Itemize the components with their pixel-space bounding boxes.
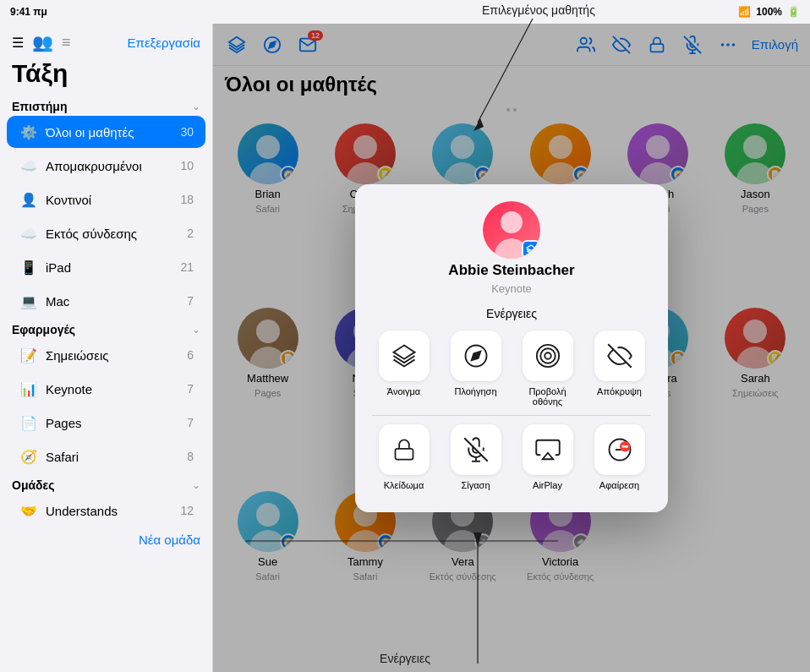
modal-avatar — [483, 201, 540, 259]
sidebar-count-remote: 10 — [180, 159, 194, 172]
action-airplay-label: AirPlay — [533, 480, 562, 490]
action-mute-button[interactable]: Σίγαση — [444, 424, 507, 490]
action-hide-button[interactable]: Απόκρυψη — [588, 331, 651, 407]
action-mute-label: Σίγαση — [461, 480, 490, 490]
sidebar-label-safari: Safari — [46, 450, 180, 464]
action-lock-button[interactable]: Κλείδωμα — [372, 424, 435, 490]
sidebar-count-safari: 8 — [187, 450, 194, 463]
sidebar-count-notes: 6 — [187, 348, 194, 362]
modal-dialog: Abbie Steinbacher Keynote Ενέργειες — [355, 184, 668, 512]
list-icon[interactable]: ≡ — [62, 34, 71, 52]
sidebar-item-keynote[interactable]: 📊 Keynote 7 — [7, 373, 205, 405]
modal-divider — [372, 415, 651, 416]
action-lock-icon-box — [379, 424, 430, 475]
section-header-apps: Εφαρμογές ⌄ — [0, 318, 212, 338]
status-bar: 9:41 πμ 📶 100% 🔋 — [0, 0, 810, 24]
sidebar-item-understands[interactable]: 🤝 Understands 12 — [7, 494, 205, 527]
remote-icon: ☁️ — [19, 156, 39, 176]
action-remove-icon-box — [594, 424, 645, 475]
notes-icon: 📝 — [19, 345, 39, 365]
pages-icon: 📄 — [19, 412, 39, 433]
class-icon[interactable]: 👥 — [32, 32, 53, 52]
action-remove-button[interactable]: Αφαίρεση — [588, 424, 651, 490]
svg-marker-15 — [471, 351, 480, 360]
sidebar: ☰ 👥 ≡ Επεξεργασία Τάξη Επιστήμη ⌄ ⚙️ Όλο… — [0, 24, 213, 672]
modal-actions-title: Ενέργειες — [372, 307, 651, 320]
sidebar-item-mac[interactable]: 💻 Mac 7 — [7, 285, 205, 317]
action-airplay-icon-box — [523, 424, 573, 475]
ipad-icon: 📱 — [19, 257, 39, 277]
modal-student-name: Abbie Steinbacher — [448, 262, 574, 279]
sidebar-count-understands: 12 — [180, 504, 194, 517]
sidebar-label-understands: Understands — [46, 504, 173, 518]
svg-marker-13 — [393, 345, 414, 358]
sidebar-count-all-students: 30 — [180, 125, 194, 139]
battery-icon: 🔋 — [787, 6, 800, 18]
sidebar-count-mac: 7 — [187, 294, 194, 308]
modal-student-info: Abbie Steinbacher Keynote — [372, 201, 651, 295]
status-bar-right: 📶 100% 🔋 — [738, 6, 800, 18]
modal-app-badge — [522, 240, 540, 259]
action-viewscreen-label: Προβολή οθόνης — [516, 386, 579, 407]
svg-point-16 — [545, 352, 551, 359]
action-open-label: Άνοιγμα — [387, 386, 420, 396]
action-open-button[interactable]: Άνοιγμα — [372, 331, 435, 407]
sidebar-item-remote[interactable]: ☁️ Απομακρυσμένοι 10 — [7, 150, 205, 182]
action-hide-label: Απόκρυψη — [597, 386, 642, 396]
new-group-button[interactable]: Νέα ομάδα — [0, 527, 212, 552]
status-bar-left: 9:41 πμ — [10, 6, 47, 18]
section-header-groups: Ομάδες ⌄ — [0, 473, 212, 494]
chevron-down-icon[interactable]: ⌄ — [192, 101, 200, 112]
keynote-icon: 📊 — [19, 379, 39, 399]
sidebar-item-notes[interactable]: 📝 Σημειώσεις 6 — [7, 339, 205, 371]
sidebar-label-nearby: Κοντινοί — [46, 193, 173, 207]
sidebar-item-pages[interactable]: 📄 Pages 7 — [7, 407, 205, 439]
action-viewscreen-icon-box — [523, 331, 573, 381]
action-open-icon-box — [379, 331, 430, 381]
mac-icon: 💻 — [19, 291, 39, 311]
sidebar-header: ☰ 👥 ≡ Επεξεργασία — [0, 24, 212, 56]
sidebar-count-ipad: 21 — [180, 260, 194, 274]
app-container: ☰ 👥 ≡ Επεξεργασία Τάξη Επιστήμη ⌄ ⚙️ Όλο… — [0, 24, 810, 672]
nearby-icon: 👤 — [19, 189, 39, 210]
sidebar-label-remote: Απομακρυσμένοι — [46, 159, 173, 173]
sidebar-item-all-students[interactable]: ⚙️ Όλοι οι μαθητές 30 — [7, 116, 205, 148]
sidebar-item-ipad[interactable]: 📱 iPad 21 — [7, 251, 205, 283]
sidebar-label-offline: Εκτός σύνδεσης — [46, 227, 180, 241]
sidebar-icons: ☰ 👥 ≡ — [12, 32, 71, 52]
action-navigate-button[interactable]: Πλοήγηση — [444, 331, 507, 407]
sidebar-count-nearby: 18 — [180, 193, 194, 206]
action-hide-icon-box — [594, 331, 645, 381]
section-label-science: Επιστήμη — [12, 100, 67, 113]
action-mute-icon-box — [451, 424, 501, 475]
chevron-down-apps-icon[interactable]: ⌄ — [192, 324, 200, 336]
status-time: 9:41 πμ — [10, 6, 47, 18]
sidebar-label-all-students: Όλοι οι μαθητές — [46, 125, 173, 139]
action-navigate-label: Πλοήγηση — [454, 386, 496, 396]
sidebar-item-offline[interactable]: ☁️ Εκτός σύνδεσης 2 — [7, 217, 205, 249]
svg-marker-24 — [542, 452, 553, 459]
action-navigate-icon-box — [451, 331, 501, 381]
modal-actions-grid: Άνοιγμα Πλοήγηση — [372, 331, 651, 407]
sidebar-item-nearby[interactable]: 👤 Κοντινοί 18 — [7, 183, 205, 216]
action-airplay-button[interactable]: AirPlay — [516, 424, 579, 490]
offline-icon: ☁️ — [19, 223, 39, 243]
sidebar-count-pages: 7 — [187, 416, 194, 429]
all-students-icon: ⚙️ — [19, 122, 39, 142]
section-label-apps: Εφαρμογές — [12, 323, 75, 336]
sidebar-item-safari[interactable]: 🧭 Safari 8 — [7, 440, 205, 473]
modal-overlay[interactable]: Abbie Steinbacher Keynote Ενέργειες — [213, 24, 810, 672]
sidebar-label-notes: Σημειώσεις — [46, 348, 180, 363]
edit-button[interactable]: Επεξεργασία — [128, 36, 200, 50]
action-viewscreen-button[interactable]: Προβολή οθόνης — [516, 331, 579, 407]
safari-icon: 🧭 — [19, 446, 39, 467]
section-header-science: Επιστήμη ⌄ — [0, 95, 212, 115]
chevron-down-groups-icon[interactable]: ⌄ — [192, 479, 200, 491]
modal-actions-grid-2: Κλείδωμα Σίγα — [372, 424, 651, 490]
sidebar-label-ipad: iPad — [46, 260, 173, 275]
action-lock-label: Κλείδωμα — [384, 480, 424, 490]
sidebar-toggle-icon[interactable]: ☰ — [12, 35, 24, 51]
modal-student-app: Keynote — [491, 282, 532, 295]
sidebar-title: Τάξη — [0, 56, 212, 95]
action-remove-label: Αφαίρεση — [599, 480, 639, 490]
